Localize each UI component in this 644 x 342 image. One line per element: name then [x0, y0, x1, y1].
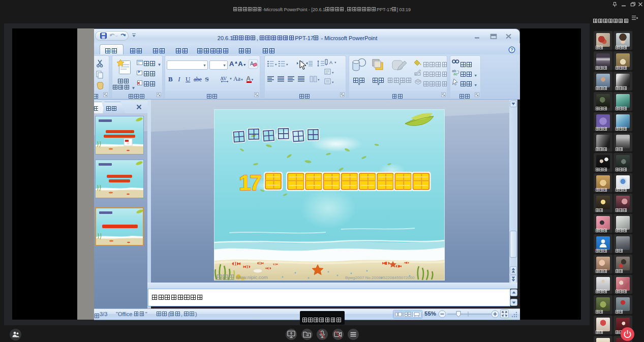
svg-text:?: ?	[510, 47, 513, 52]
svg-text:▼: ▼	[331, 71, 334, 74]
svg-text:www.nipic.com: www.nipic.com	[235, 274, 268, 280]
svg-text:▼: ▼	[331, 81, 334, 84]
svg-text:▼: ▼	[229, 77, 232, 80]
svg-text:17: 17	[239, 170, 261, 195]
svg-text:ac: ac	[453, 72, 457, 76]
svg-text:▼: ▼	[274, 63, 277, 66]
svg-text:AV: AV	[220, 76, 227, 81]
svg-text:▼: ▼	[317, 78, 320, 81]
svg-text:▼: ▼	[334, 61, 336, 64]
svg-text:▼: ▼	[286, 63, 288, 66]
svg-text:Bywg2007 No.20080522084550720: Bywg2007 No.2008052208455072000	[345, 275, 415, 280]
svg-text:A: A	[329, 60, 332, 65]
